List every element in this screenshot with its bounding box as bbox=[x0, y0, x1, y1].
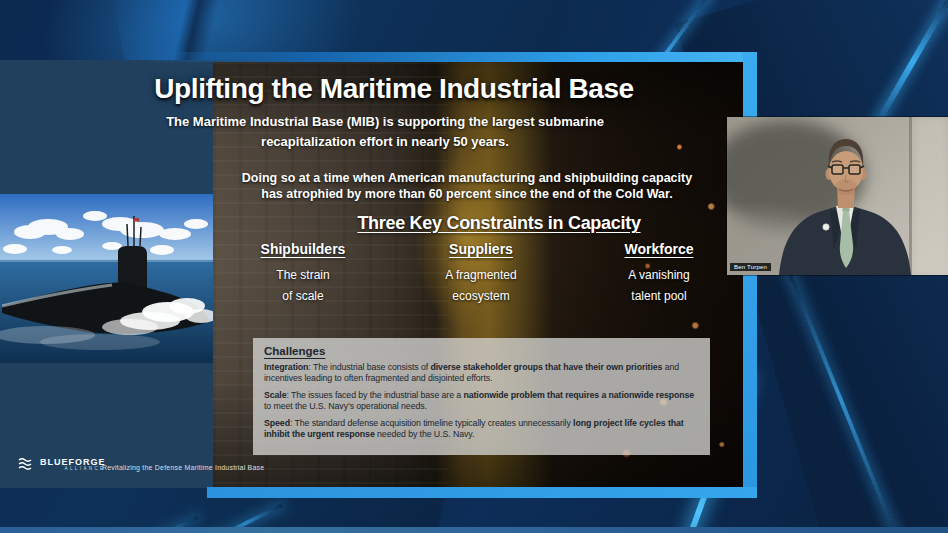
slide-intro: Doing so at a time when American manufac… bbox=[217, 170, 717, 202]
slide-frame-top bbox=[133, 52, 757, 62]
slide-intro-line: Doing so at a time when American manufac… bbox=[217, 170, 717, 186]
blueforge-logo: BLUEFORGE ALLIANCE bbox=[18, 457, 106, 471]
constraint-column-workforce: Workforce A vanishing talent pool bbox=[584, 241, 734, 307]
challenge-integration: Integration: The industrial base consist… bbox=[264, 362, 699, 385]
challenges-heading: Challenges bbox=[264, 345, 699, 357]
challenges-box: Challenges Integration: The industrial b… bbox=[253, 338, 710, 455]
constraint-label: Shipbuilders bbox=[228, 241, 378, 257]
triple-wave-icon bbox=[18, 457, 34, 471]
bottom-edge-strip bbox=[0, 527, 948, 533]
constraint-column-shipbuilders: Shipbuilders The strain of scale bbox=[228, 241, 378, 307]
challenge-speed: Speed: The standard defense acquisition … bbox=[264, 418, 699, 441]
constraint-description: The strain of scale bbox=[228, 265, 378, 307]
speaker-video bbox=[727, 117, 948, 275]
constraint-label: Suppliers bbox=[406, 241, 556, 257]
constraint-column-suppliers: Suppliers A fragmented ecosystem bbox=[406, 241, 556, 307]
slide-frame-bottom bbox=[207, 487, 757, 498]
slide-subtitle-line: recapitalization effort in nearly 50 yea… bbox=[85, 132, 685, 152]
webinar-screen: Uplifting the Maritime Industrial Base T… bbox=[0, 0, 948, 533]
brand-name: BLUEFORGE bbox=[40, 458, 106, 466]
brand-text: BLUEFORGE ALLIANCE bbox=[40, 458, 106, 471]
slide-intro-line: has atrophied by more than 60 percent si… bbox=[217, 186, 717, 202]
constraint-description: A vanishing talent pool bbox=[584, 265, 734, 307]
brand-tagline: Revitalizing the Defense Maritime Indust… bbox=[102, 464, 264, 471]
slide-subtitle: The Maritime Industrial Base (MIB) is su… bbox=[85, 112, 685, 152]
participant-name-tag: Ben Turpen bbox=[730, 263, 771, 271]
slide-subtitle-line: The Maritime Industrial Base (MIB) is su… bbox=[85, 112, 685, 132]
constraint-description: A fragmented ecosystem bbox=[406, 265, 556, 307]
slide-title: Uplifting the Maritime Industrial Base bbox=[94, 73, 694, 105]
constraints-heading: Three Key Constraints in Capacity bbox=[249, 213, 749, 234]
constraint-label: Workforce bbox=[584, 241, 734, 257]
submarine-photo bbox=[0, 194, 213, 363]
webcam-tile[interactable]: Ben Turpen bbox=[727, 117, 948, 275]
challenge-scale: Scale: The issues faced by the industria… bbox=[264, 390, 699, 413]
